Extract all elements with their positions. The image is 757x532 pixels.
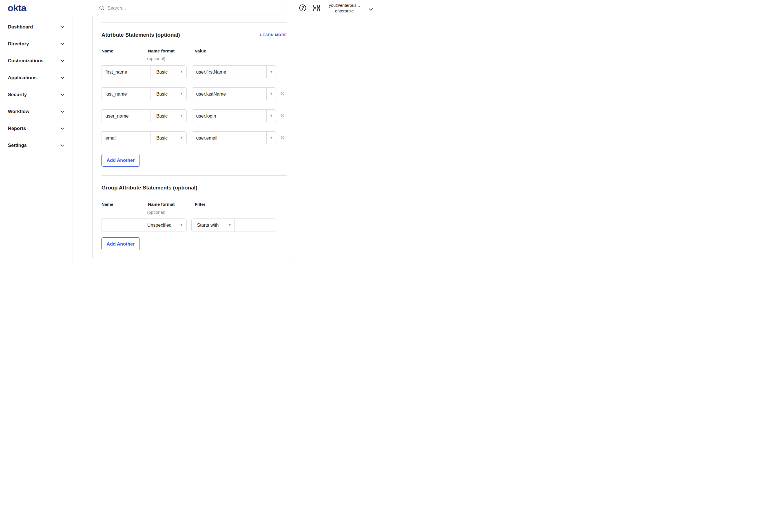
sidebar-item-settings[interactable]: Settings xyxy=(0,137,72,154)
select-arrow-icon xyxy=(180,115,183,117)
global-search[interactable] xyxy=(95,2,282,15)
chevron-down-icon xyxy=(61,26,64,28)
chevron-down-icon xyxy=(61,94,64,96)
column-header-name: Name xyxy=(102,48,113,53)
attribute-value-input[interactable] xyxy=(192,66,266,78)
sidebar-item-dashboard[interactable]: Dashboard xyxy=(0,18,72,36)
chevron-down-icon xyxy=(61,60,64,62)
apps-button[interactable] xyxy=(314,5,320,12)
attribute-value-input[interactable] xyxy=(192,132,266,144)
select-arrow-icon xyxy=(270,137,273,139)
attribute-name-input[interactable] xyxy=(102,88,150,100)
attribute-name-input[interactable] xyxy=(102,110,150,122)
account-email: you@enterpris... xyxy=(325,3,364,8)
name-format-select[interactable]: Basic xyxy=(150,88,186,100)
remove-row-button[interactable] xyxy=(279,113,286,119)
add-another-attribute-button[interactable]: Add Another xyxy=(102,154,140,167)
select-arrow-icon xyxy=(180,93,183,95)
chevron-down-icon xyxy=(61,77,64,79)
chevron-down-icon xyxy=(61,43,64,45)
column-header-value: Value xyxy=(195,48,206,53)
group-name-format-select[interactable]: Unspecified xyxy=(142,219,187,231)
attribute-statements-title: Attribute Statements (optional) xyxy=(102,31,180,39)
apps-grid-icon xyxy=(314,5,320,11)
chevron-down-icon xyxy=(61,110,64,113)
column-header-name-format: Name format xyxy=(148,202,175,207)
select-arrow-icon xyxy=(270,93,273,95)
search-icon xyxy=(99,5,105,11)
close-icon xyxy=(280,135,285,140)
sidebar-item-applications[interactable]: Applications xyxy=(0,69,72,86)
attribute-name-input[interactable] xyxy=(102,132,150,144)
column-header-optional-note: (optional) xyxy=(147,56,166,61)
group-name-input[interactable] xyxy=(102,219,142,231)
close-icon xyxy=(280,113,285,118)
group-filter-value-input[interactable] xyxy=(235,219,276,231)
group-attribute-row: Unspecified Starts with xyxy=(93,218,295,232)
attribute-value-input[interactable] xyxy=(192,110,266,122)
account-chevron-icon[interactable] xyxy=(369,7,373,12)
chevron-down-icon xyxy=(61,144,64,146)
learn-more-link[interactable]: LEARN MORE xyxy=(260,33,287,37)
sidebar-nav: Dashboard Directory Customizations Appli… xyxy=(0,16,73,266)
account-menu[interactable]: you@enterpris... enterprise xyxy=(325,3,364,14)
account-org: enterprise xyxy=(325,8,364,14)
name-format-select[interactable]: Basic xyxy=(150,132,186,144)
name-format-select[interactable]: Basic xyxy=(150,110,186,122)
group-filter-select[interactable]: Starts with xyxy=(192,219,234,231)
sidebar-item-security[interactable]: Security xyxy=(0,86,72,103)
attribute-value-input[interactable] xyxy=(192,88,266,100)
group-attribute-statements-title: Group Attribute Statements (optional) xyxy=(102,184,197,191)
column-header-filter: Filter xyxy=(195,202,205,207)
select-arrow-icon xyxy=(180,71,183,73)
attribute-row: Basic xyxy=(93,110,295,122)
value-expression-dropdown[interactable] xyxy=(266,66,276,78)
select-arrow-icon xyxy=(270,115,273,117)
select-arrow-icon xyxy=(180,224,183,226)
okta-logo[interactable]: okta xyxy=(8,3,26,13)
column-header-optional-note: (optional) xyxy=(147,210,166,215)
help-button[interactable] xyxy=(299,4,306,12)
attribute-row: Basic xyxy=(93,87,295,100)
select-arrow-icon xyxy=(180,137,183,139)
attribute-name-input[interactable] xyxy=(102,66,150,78)
value-expression-dropdown[interactable] xyxy=(266,88,276,100)
value-expression-dropdown[interactable] xyxy=(266,132,276,144)
column-header-name: Name xyxy=(102,202,113,207)
attribute-row: Basic xyxy=(93,131,295,144)
sidebar-item-directory[interactable]: Directory xyxy=(0,36,72,52)
column-header-name-format: Name format xyxy=(148,48,175,53)
remove-row-button[interactable] xyxy=(279,91,286,97)
add-another-group-attribute-button[interactable]: Add Another xyxy=(102,237,140,250)
help-icon xyxy=(299,4,306,12)
section-divider xyxy=(102,175,287,176)
sidebar-item-workflow[interactable]: Workflow xyxy=(0,103,72,120)
search-input[interactable] xyxy=(107,5,282,11)
chevron-down-icon xyxy=(61,127,64,130)
sidebar-item-customizations[interactable]: Customizations xyxy=(0,52,72,69)
top-bar: okta you@enterpris... enterprise xyxy=(0,0,378,16)
remove-row-button[interactable] xyxy=(279,135,286,141)
attribute-row: Basic xyxy=(93,65,295,78)
sidebar-item-reports[interactable]: Reports xyxy=(0,120,72,137)
settings-card: Attribute Statements (optional) LEARN MO… xyxy=(92,16,295,259)
name-format-select[interactable]: Basic xyxy=(150,66,186,78)
value-expression-dropdown[interactable] xyxy=(266,110,276,122)
close-icon xyxy=(280,91,285,96)
select-arrow-icon xyxy=(270,71,273,73)
select-arrow-icon xyxy=(228,224,231,226)
